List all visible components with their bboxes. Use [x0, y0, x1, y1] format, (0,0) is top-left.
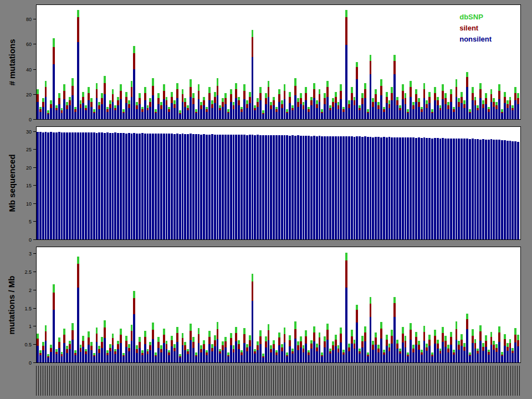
sample-bar — [399, 5, 401, 119]
sample-bar — [222, 247, 224, 362]
sample-bar — [61, 127, 63, 239]
sample-bar — [182, 247, 184, 362]
sample-bar — [316, 127, 318, 239]
sample-bar — [190, 127, 192, 239]
sample-bar — [98, 127, 100, 239]
sample-bar — [289, 127, 291, 239]
sample-bar — [259, 247, 262, 362]
sample-bar — [391, 5, 393, 119]
sample-bar — [69, 5, 71, 119]
sample-bar — [466, 247, 468, 362]
sample-bar — [168, 5, 170, 119]
panel-num-mutations: # mutations 020406080 dbSNP silent nonsi… — [0, 4, 532, 120]
sample-bar — [281, 247, 283, 362]
sample-bar — [117, 127, 119, 239]
sample-bar — [348, 5, 350, 119]
sample-bar — [136, 127, 138, 239]
y-axis-ticks: 051015202530 — [18, 126, 36, 240]
sample-bar — [313, 127, 315, 239]
y-tick-label: 40 — [26, 67, 32, 73]
sample-bar — [437, 247, 439, 362]
sample-bar — [431, 5, 433, 119]
sample-bar — [324, 5, 326, 119]
sample-bar — [109, 127, 111, 239]
sample-bar — [479, 247, 482, 362]
sample-bar — [235, 127, 237, 239]
sample-bar — [364, 247, 366, 362]
sample-bar — [262, 5, 264, 119]
sample-bar — [514, 5, 516, 119]
sample-bar — [388, 247, 391, 362]
sample-bar — [63, 5, 65, 119]
sample-bar — [415, 247, 417, 362]
sample-bar — [321, 247, 323, 362]
sample-bar — [101, 127, 103, 239]
sample-bar — [405, 5, 407, 119]
legend-item-nonsilent: nonsilent — [459, 34, 492, 45]
sample-bar — [217, 247, 219, 362]
sample-bar — [233, 5, 235, 119]
sample-bar — [437, 127, 439, 239]
sample-bar — [268, 247, 270, 362]
sample-bar — [340, 247, 342, 362]
sample-bar — [74, 127, 76, 239]
sample-bar — [294, 5, 296, 119]
sample-bar — [501, 247, 503, 362]
sample-bar — [393, 127, 396, 239]
y-tick-label: 20 — [26, 165, 32, 171]
y-axis-ticks: 00.511.522.53 — [18, 247, 36, 363]
legend-label-silent: silent — [459, 24, 478, 32]
sample-bar — [270, 5, 272, 119]
y-tick-label: 0 — [29, 117, 32, 122]
sample-bar — [106, 247, 109, 362]
legend-item-dbsnp: dbSNP — [459, 12, 492, 23]
sample-bar — [294, 127, 296, 239]
sample-bar — [74, 5, 76, 119]
sample-bar — [377, 5, 380, 119]
sample-bar — [61, 247, 63, 362]
sample-bar — [310, 247, 313, 362]
sample-bar — [335, 5, 337, 119]
sample-bar — [265, 127, 267, 239]
sample-bar — [257, 127, 259, 239]
sample-bar — [297, 247, 299, 362]
sample-bar — [203, 5, 205, 119]
sample-bar — [246, 5, 248, 119]
sample-bar — [219, 5, 221, 119]
sample-bar — [391, 127, 393, 239]
sample-bar — [278, 5, 280, 119]
sample-bar — [431, 247, 433, 362]
sample-bar — [257, 247, 259, 362]
sample-bar — [316, 5, 318, 119]
sample-bar — [222, 5, 224, 119]
sample-bar — [372, 127, 374, 239]
sample-bar — [71, 127, 74, 239]
sample-bar — [335, 127, 337, 239]
sample-bar — [166, 127, 168, 239]
sample-bar — [268, 5, 270, 119]
sample-bar — [136, 247, 138, 362]
sample-bar — [179, 127, 181, 239]
sample-bar — [396, 247, 398, 362]
sample-bar — [286, 5, 288, 119]
sample-bar — [214, 247, 216, 362]
sample-bar — [114, 127, 116, 239]
y-tick-label: 3 — [29, 251, 32, 257]
sample-bar — [410, 127, 412, 239]
sample-bar — [182, 5, 184, 119]
sample-bar — [141, 127, 144, 239]
sample-bar — [157, 127, 160, 239]
y-tick-label: 25 — [26, 147, 32, 152]
sample-bar — [297, 5, 299, 119]
sample-bar — [337, 127, 340, 239]
sample-bar — [168, 127, 170, 239]
sample-bar — [120, 5, 122, 119]
y-tick-label: 5 — [29, 219, 32, 224]
sample-bar — [490, 247, 493, 362]
sample-bar — [303, 5, 305, 119]
sample-bar — [88, 127, 90, 239]
sample-bar — [423, 5, 426, 119]
sample-bar — [517, 5, 519, 119]
sample-bar — [166, 5, 168, 119]
sample-bar — [109, 247, 111, 362]
